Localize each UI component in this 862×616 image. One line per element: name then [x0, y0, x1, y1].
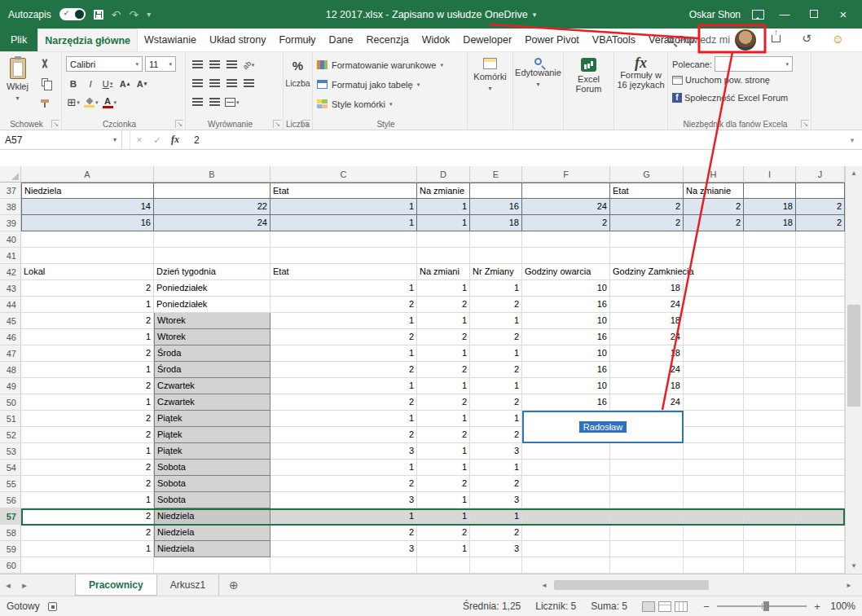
coauthor-presence-cell[interactable]: Radosław	[522, 411, 684, 443]
format-painter-button[interactable]	[37, 93, 52, 108]
cell-E43[interactable]: 1	[470, 280, 522, 297]
cell-J41[interactable]	[796, 248, 845, 264]
cell-B44[interactable]: Poniedziałek	[154, 297, 270, 313]
sheet-tab-arkusz1[interactable]: Arkusz1	[157, 574, 219, 596]
cell-J56[interactable]	[796, 492, 845, 508]
cell-C44[interactable]: 2	[270, 297, 417, 313]
cell-I49[interactable]	[744, 378, 796, 394]
cell-H56[interactable]	[684, 492, 744, 508]
cell-B49[interactable]: Czwartek	[154, 378, 270, 394]
cell-A51[interactable]: 2	[21, 411, 154, 427]
undo-icon[interactable]: ↶	[112, 8, 121, 21]
cell-A59[interactable]: 1	[21, 541, 154, 557]
cell-I38[interactable]: 18	[744, 199, 796, 215]
cell-D42[interactable]: Na zmiani	[417, 264, 470, 280]
cell-A44[interactable]: 1	[21, 297, 154, 313]
cell-J51[interactable]	[796, 411, 845, 427]
cell-G54[interactable]	[610, 460, 684, 476]
cell-I45[interactable]	[744, 313, 796, 329]
sheet-tab-pracownicy[interactable]: Pracownicy	[75, 574, 157, 596]
cell-B40[interactable]	[154, 231, 270, 248]
merge-center-button[interactable]: ▾	[224, 95, 240, 110]
align-center-button[interactable]	[207, 76, 222, 91]
row-header-60[interactable]: 60	[0, 557, 21, 574]
quick-access-toolbar-menu-icon[interactable]: ▾	[147, 10, 151, 19]
cell-J59[interactable]	[796, 541, 845, 557]
zoom-level[interactable]: 100%	[828, 601, 855, 612]
name-box-dropdown-icon[interactable]: ▾	[113, 136, 117, 143]
cell-F54[interactable]	[522, 460, 610, 476]
title-dropdown-icon[interactable]: ▾	[533, 11, 537, 19]
cell-F49[interactable]: 10	[522, 378, 610, 394]
normal-view-button[interactable]	[642, 601, 655, 612]
cell-A58[interactable]: 2	[21, 525, 154, 541]
row-header-47[interactable]: 47	[0, 345, 21, 362]
cell-G50[interactable]: 24	[610, 394, 684, 411]
cell-J44[interactable]	[796, 297, 845, 313]
font-size-combo[interactable]: 11▾	[145, 56, 176, 72]
cell-J58[interactable]	[796, 525, 845, 541]
row-header-45[interactable]: 45	[0, 313, 21, 329]
cell-G57[interactable]	[610, 508, 684, 525]
cell-H46[interactable]	[684, 329, 744, 345]
cell-E54[interactable]: 1	[470, 460, 522, 476]
cell-C43[interactable]: 1	[270, 280, 417, 297]
cell-E53[interactable]: 3	[470, 443, 522, 460]
ribbon-tab-plik[interactable]: Plik	[0, 29, 37, 51]
cell-A42[interactable]: Lokal	[21, 264, 154, 280]
cell-I59[interactable]	[744, 541, 796, 557]
number-group-button-label[interactable]: Liczba	[284, 78, 312, 88]
increase-font-size-button[interactable]: A▴	[117, 76, 132, 91]
cell-E42[interactable]: Nr Zmiany	[470, 264, 522, 280]
maximize-button[interactable]	[805, 8, 823, 20]
cell-B55[interactable]: Sobota	[154, 476, 270, 492]
cell-E37[interactable]	[470, 183, 522, 199]
cell-B48[interactable]: Środa	[154, 362, 270, 378]
select-all-corner[interactable]	[0, 166, 21, 183]
cell-E60[interactable]	[470, 557, 522, 574]
cell-A45[interactable]: 2	[21, 313, 154, 329]
ribbon-tab-recenzja[interactable]: Recenzja	[360, 29, 416, 51]
cell-H48[interactable]	[684, 362, 744, 378]
cell-H57[interactable]	[684, 508, 744, 525]
cell-J54[interactable]	[796, 460, 845, 476]
cell-F47[interactable]: 10	[522, 345, 610, 362]
ribbon-tab-układ-strony[interactable]: Układ strony	[203, 29, 272, 51]
font-color-button[interactable]: A▾	[102, 95, 118, 110]
cell-B58[interactable]: Niedziela	[154, 525, 270, 541]
row-header-43[interactable]: 43	[0, 280, 21, 297]
cell-I58[interactable]	[744, 525, 796, 541]
ribbon-tab-power-pivot[interactable]: Power Pivot	[518, 29, 586, 51]
cell-C58[interactable]: 2	[270, 525, 417, 541]
cell-H54[interactable]	[684, 460, 744, 476]
font-name-combo[interactable]: Calibri▾	[66, 56, 143, 72]
cell-B52[interactable]: Piątek	[154, 427, 270, 443]
row-header-53[interactable]: 53	[0, 443, 21, 460]
cell-H43[interactable]	[684, 280, 744, 297]
cell-I48[interactable]	[744, 362, 796, 378]
autosave-toggle[interactable]	[59, 8, 86, 20]
cell-A37[interactable]: Niedziela	[21, 183, 154, 199]
cell-G59[interactable]	[610, 541, 684, 557]
cell-J45[interactable]	[796, 313, 845, 329]
cell-B50[interactable]: Czwartek	[154, 394, 270, 411]
column-header-B[interactable]: B	[154, 166, 270, 183]
cell-G49[interactable]: 18	[610, 378, 684, 394]
cell-G56[interactable]	[610, 492, 684, 508]
cell-E47[interactable]: 1	[470, 345, 522, 362]
macro-record-icon[interactable]	[48, 602, 57, 611]
user-avatar[interactable]	[735, 29, 756, 51]
scroll-left-icon[interactable]: ◄	[538, 582, 551, 589]
cell-E59[interactable]: 3	[470, 541, 522, 557]
horizontal-scroll-thumb[interactable]	[554, 580, 709, 590]
cell-F40[interactable]	[522, 231, 610, 248]
cell-G48[interactable]: 24	[610, 362, 684, 378]
ribbon-tab-deweloper[interactable]: Deweloper	[456, 29, 518, 51]
cell-J37[interactable]	[796, 183, 845, 199]
cell-J53[interactable]	[796, 443, 845, 460]
cell-I57[interactable]	[744, 508, 796, 525]
zoom-in-icon[interactable]: +	[813, 601, 821, 613]
cell-C46[interactable]: 2	[270, 329, 417, 345]
cell-E57[interactable]: 1	[470, 508, 522, 525]
cell-B54[interactable]: Sobota	[154, 460, 270, 476]
